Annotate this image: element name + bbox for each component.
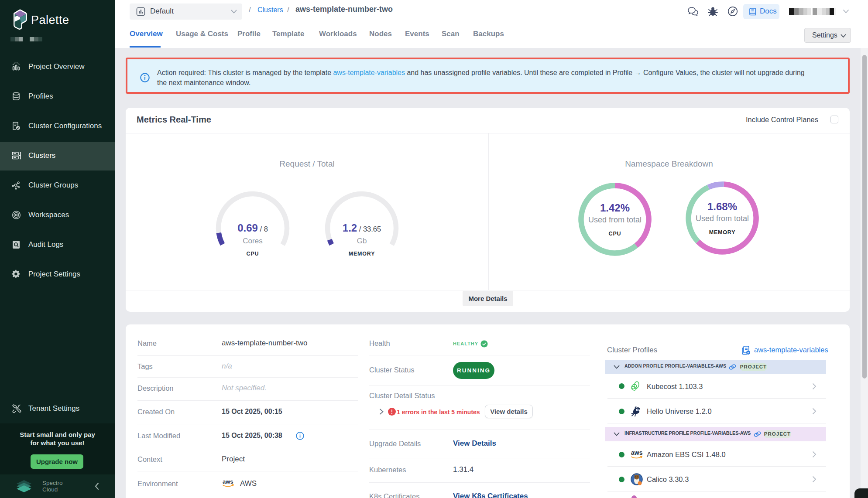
svg-text:aws: aws xyxy=(631,449,643,456)
svg-text:aws: aws xyxy=(223,478,233,485)
